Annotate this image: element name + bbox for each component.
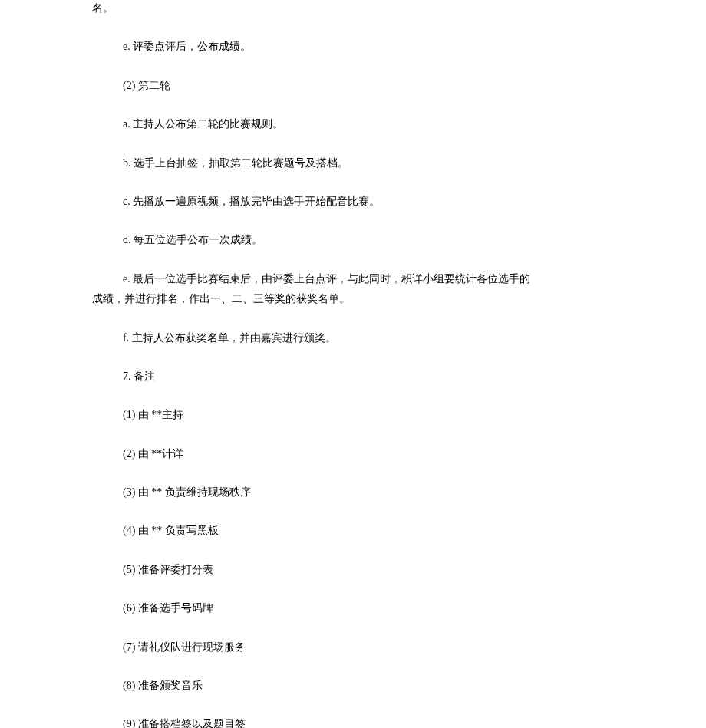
text-line: (2) 第二轮 [92,77,629,94]
text-line: 成绩，并进行排名，作出一、二、三等奖的获奖名单。 [92,291,629,308]
text-line: (2) 由 **计详 [92,446,629,463]
text-line: 7. 备注 [92,368,629,385]
text-line: d. 每五位选手公布一次成绩。 [92,232,629,249]
text-line: (4) 由 ** 负责写黑板 [92,522,629,539]
text-line: 名。 [92,0,629,17]
text-line: e. 评委点评后，公布成绩。 [92,38,629,55]
text-line: f. 主持人公布获奖名单，并由嘉宾进行颁奖。 [92,330,629,347]
text-line: b. 选手上台抽签，抽取第二轮比赛题号及搭档。 [92,155,629,172]
text-line: (9) 准备搭档签以及题目签 [92,716,629,728]
text-line: (5) 准备评委打分表 [92,562,629,578]
text-line: (7) 请礼仪队进行现场服务 [92,639,629,656]
text-line: e. 最后一位选手比赛结束后，由评委上台点评，与此同时，积详小组要统计各位选手的 [92,271,629,288]
text-line: (8) 准备颁奖音乐 [92,677,629,694]
text-line: c. 先播放一遍原视频，播放完毕由选手开始配音比赛。 [92,193,629,210]
text-line: (3) 由 ** 负责维持现场秩序 [92,484,629,501]
text-line: a. 主持人公布第二轮的比赛规则。 [92,116,629,133]
text-line: (6) 准备选手号码牌 [92,600,629,617]
text-line: (1) 由 **主持 [92,407,629,423]
